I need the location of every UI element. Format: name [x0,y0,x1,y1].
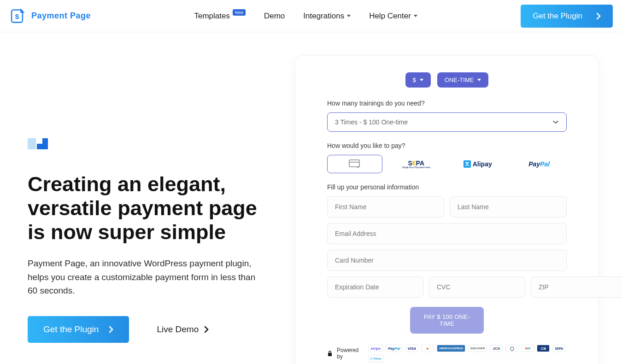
brand-alipay: ⎕ Alipay [368,355,383,362]
hero-copy: Creating an elegant, versatile payment p… [28,55,276,364]
caret-down-icon [477,79,481,81]
cvc-input[interactable] [429,276,525,298]
chevron-right-icon [204,326,209,333]
nav-integrations[interactable]: Integrations [303,12,351,21]
caret-down-icon [414,15,417,17]
plan-pills: $ ONE-TIME [327,72,567,88]
accent-decoration [28,138,276,149]
brand-mastercard: ●● [421,345,434,352]
payment-form-card: $ ONE-TIME How many trainings do you nee… [295,55,599,364]
pay-button[interactable]: PAY $ 100 ONE-TIME [410,307,484,334]
new-badge: New [233,9,246,16]
card-icon [349,159,361,169]
sepa-subtext: Single Euro Payments Area [402,166,430,169]
paypal-pal: Pal [540,160,550,168]
paypal-pay: Pay [528,160,540,168]
header-cta-button[interactable]: Get the Plugin [521,5,613,28]
method-alipay[interactable]: 支 Alipay [450,155,505,173]
caret-down-icon [420,79,423,81]
card-footer: Powered by stripe PayPal VISA ●● AMERICA… [327,345,567,362]
method-sepa[interactable]: S€PA Single Euro Payments Area [389,155,444,173]
logo-icon: $ [9,8,25,24]
pay-method-label: How would you like to pay? [327,142,567,149]
currency-selector[interactable]: $ [405,72,431,88]
brand-diners: ◯ [505,345,518,352]
method-paypal[interactable]: PayPal [512,155,567,173]
nav-templates-label: Templates [194,12,229,21]
brand-stripe: stripe [368,345,383,352]
powered-by-label: Powered by [337,347,364,360]
frequency-selector[interactable]: ONE-TIME [437,72,489,88]
hero-headline: Creating an elegant, versatile payment p… [28,172,276,244]
card-number-input[interactable] [327,250,567,271]
last-name-input[interactable] [450,196,567,217]
live-demo-label: Live Demo [157,324,199,335]
hero-subtext: Payment Page, an innovative WordPress pa… [28,257,267,297]
nav-demo[interactable]: Demo [264,12,285,21]
alipay-label: Alipay [473,160,492,168]
cta-label: Get the Plugin [533,12,582,21]
nav-templates[interactable]: Templates New [194,12,246,21]
method-card[interactable] [327,155,382,173]
trainings-question-label: How many trainings do you need? [327,100,567,107]
email-input[interactable] [327,223,567,244]
hero-section: Creating an elegant, versatile payment p… [0,32,622,364]
brand-amex: AMERICAN EXPRESS [437,345,465,352]
svg-rect-2 [349,160,359,167]
brand-visa: VISA [405,345,418,352]
hero-buttons: Get the Plugin Live Demo [28,316,276,343]
nav-integrations-label: Integrations [303,12,344,21]
first-name-input[interactable] [327,196,444,217]
lock-icon [327,350,332,357]
chevron-right-icon [596,12,601,20]
payment-methods: S€PA Single Euro Payments Area 支 Alipay … [327,155,567,173]
chevron-right-icon [109,326,113,333]
chevron-down-icon [552,120,559,124]
svg-rect-4 [328,353,332,356]
brand-unionpay: UnP [521,345,534,352]
logo[interactable]: $ Payment Page [9,8,91,24]
alipay-mark-icon: 支 [464,160,471,168]
nav-demo-label: Demo [264,12,285,21]
live-demo-link[interactable]: Live Demo [157,324,209,335]
site-header: $ Payment Page Templates New Demo Integr… [0,0,622,32]
nav-help-center[interactable]: Help Center [369,12,417,21]
svg-text:$: $ [15,12,19,20]
brand-chips: stripe PayPal VISA ●● AMERICAN EXPRESS D… [368,345,567,362]
frequency-label: ONE-TIME [445,76,474,83]
get-plugin-button[interactable]: Get the Plugin [28,316,129,343]
get-plugin-label: Get the Plugin [43,324,99,335]
trainings-select-value: 3 Times - $ 100 One-time [335,118,408,126]
brand-discover: DISCOVER [468,345,487,352]
brand-sepa: S€PA [552,345,565,352]
logo-text: Payment Page [31,11,91,21]
currency-label: $ [413,76,416,83]
trainings-select[interactable]: 3 Times - $ 100 One-time [327,112,567,132]
brand-jcb: JCB [490,345,503,352]
caret-down-icon [347,15,351,17]
personal-info-label: Fill up your personal information [327,183,567,191]
brand-paypal: PayPal [386,345,402,352]
main-nav: Templates New Demo Integrations Help Cen… [194,12,417,21]
nav-help-center-label: Help Center [369,12,411,21]
zip-input[interactable] [531,276,622,298]
expiration-input[interactable] [327,276,423,298]
brand-cb: CB [537,345,550,352]
